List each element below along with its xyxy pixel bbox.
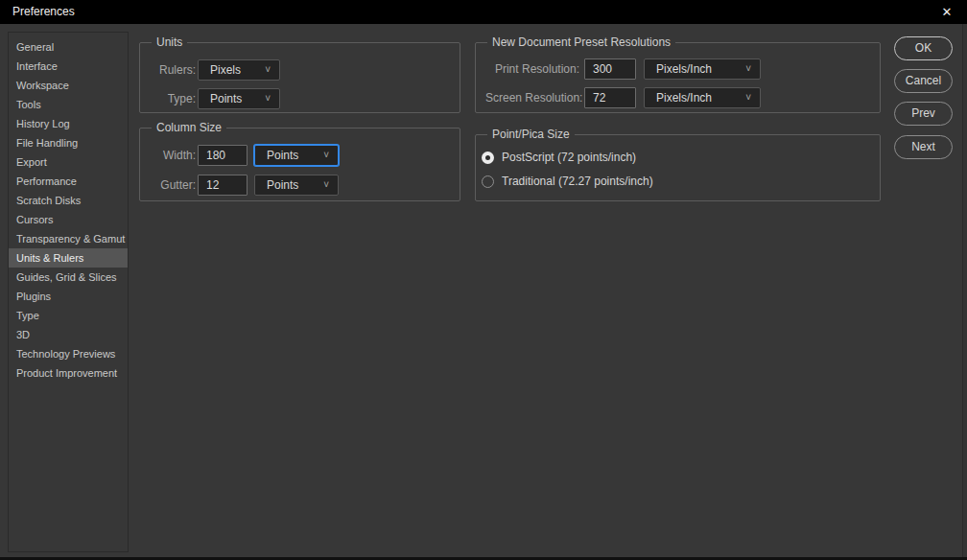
width-row: Width: Points ˅ [150,144,339,166]
sidebar-item-product-improvement[interactable]: Product Improvement [9,363,128,383]
print-resolution-label: Print Resolution: [485,62,579,76]
column-size-group-title: Column Size [152,121,226,134]
type-label: Type: [150,92,196,105]
right-edge-gutter [963,24,967,560]
traditional-radio-label: Traditional (72.27 points/inch) [502,175,653,188]
units-group: Units Rulers: Pixels ˅ Type: Points ˅ [139,42,460,113]
preferences-dialog: Preferences ✕ General Interface Workspac… [0,0,967,560]
point-pica-group: Point/Pica Size PostScript (72 points/in… [475,134,881,201]
chevron-down-icon: ˅ [265,65,271,75]
postscript-radio[interactable] [482,152,494,164]
preset-resolutions-group-title: New Document Preset Resolutions [487,35,675,49]
sidebar-item-technology-previews[interactable]: Technology Previews [9,344,128,363]
traditional-radio[interactable] [482,175,494,188]
type-row: Type: Points ˅ [150,87,280,109]
sidebar-item-transparency-gamut[interactable]: Transparency & Gamut [9,229,128,248]
width-unit-value: Points [267,149,298,162]
sidebar-item-file-handling[interactable]: File Handling [9,133,128,152]
chevron-down-icon: ˅ [745,93,751,103]
window-title: Preferences [12,0,75,24]
ok-button[interactable]: OK [894,36,953,60]
screen-resolution-row: Screen Resolution: Pixels/Inch ˅ [485,86,761,108]
gutter-row: Gutter: Points ˅ [150,174,339,196]
units-group-title: Units [152,35,187,49]
width-label: Width: [150,149,196,162]
sidebar-item-history-log[interactable]: History Log [9,114,128,133]
type-dropdown[interactable]: Points ˅ [198,88,280,109]
preset-resolutions-group: New Document Preset Resolutions Print Re… [475,42,881,113]
sidebar-item-cursors[interactable]: Cursors [9,210,128,229]
chevron-down-icon: ˅ [265,94,271,104]
point-pica-group-title: Point/Pica Size [487,128,575,141]
type-dropdown-value: Points [210,92,242,105]
width-input[interactable] [198,145,248,166]
gutter-unit-value: Points [267,178,298,192]
screen-resolution-unit-dropdown[interactable]: Pixels/Inch ˅ [644,87,761,108]
sidebar-item-interface[interactable]: Interface [9,57,128,76]
preferences-sidebar: General Interface Workspace Tools Histor… [8,32,129,552]
print-resolution-unit-value: Pixels/Inch [656,62,712,76]
sidebar-item-guides-grid-slices[interactable]: Guides, Grid & Slices [9,268,128,287]
sidebar-item-performance[interactable]: Performance [9,172,128,191]
sidebar-item-scratch-disks[interactable]: Scratch Disks [9,191,128,210]
sidebar-item-type[interactable]: Type [9,306,128,325]
screen-resolution-input[interactable] [584,87,636,108]
sidebar-item-tools[interactable]: Tools [9,95,128,114]
column-size-group: Column Size Width: Points ˅ Gutter: Poin… [139,128,460,201]
gutter-label: Gutter: [150,178,196,192]
close-icon: ✕ [942,5,953,19]
sidebar-item-workspace[interactable]: Workspace [9,76,128,95]
rulers-dropdown[interactable]: Pixels ˅ [198,59,280,81]
chevron-down-icon: ˅ [323,180,329,190]
width-unit-dropdown[interactable]: Points ˅ [254,145,339,166]
prev-button[interactable]: Prev [894,102,953,126]
print-resolution-unit-dropdown[interactable]: Pixels/Inch ˅ [644,58,761,80]
dialog-right-border [962,24,963,560]
next-button[interactable]: Next [894,135,953,159]
sidebar-item-units-rulers[interactable]: Units & Rulers [9,248,128,268]
print-resolution-row: Print Resolution: Pixels/Inch ˅ [485,58,761,80]
window-titlebar: Preferences ✕ [0,0,967,24]
rulers-label: Rulers: [150,63,196,77]
screen-resolution-label: Screen Resolution: [485,91,579,105]
gutter-unit-dropdown[interactable]: Points ˅ [254,175,339,196]
gutter-input[interactable] [198,175,248,196]
cancel-button[interactable]: Cancel [894,69,953,93]
screen-resolution-unit-value: Pixels/Inch [656,91,712,105]
close-button[interactable]: ✕ [931,0,963,24]
sidebar-item-3d[interactable]: 3D [9,325,128,344]
sidebar-item-export[interactable]: Export [9,152,128,172]
rulers-dropdown-value: Pixels [210,63,241,77]
postscript-radio-row[interactable]: PostScript (72 points/inch) [482,147,636,168]
sidebar-item-plugins[interactable]: Plugins [9,287,128,306]
traditional-radio-row[interactable]: Traditional (72.27 points/inch) [482,171,653,192]
chevron-down-icon: ˅ [745,64,751,74]
sidebar-item-general[interactable]: General [9,37,128,57]
postscript-radio-label: PostScript (72 points/inch) [502,151,636,164]
print-resolution-input[interactable] [584,58,636,80]
chevron-down-icon: ˅ [323,151,329,160]
rulers-row: Rulers: Pixels ˅ [150,58,280,81]
